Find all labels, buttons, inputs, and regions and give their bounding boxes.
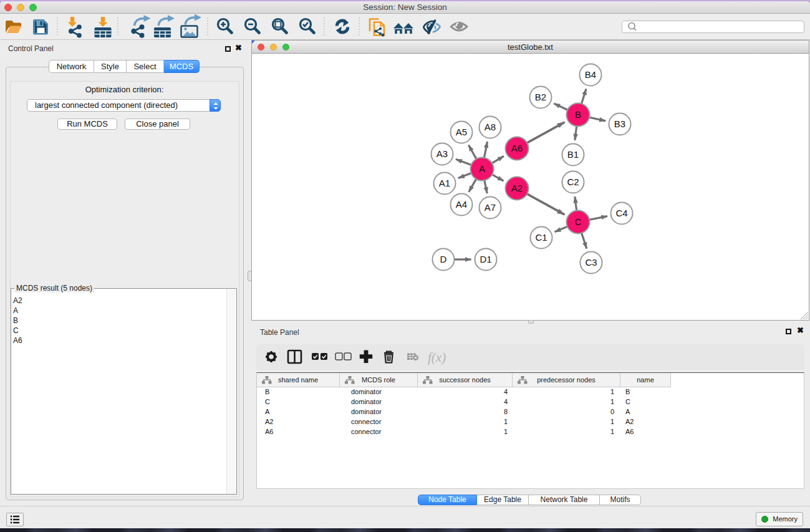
svg-text:C: C	[575, 216, 582, 227]
svg-text:C4: C4	[615, 208, 627, 218]
svg-text:B3: B3	[614, 118, 625, 129]
svg-text:B1: B1	[567, 149, 579, 160]
svg-text:A: A	[479, 163, 485, 174]
svg-text:D: D	[440, 254, 447, 264]
svg-text:A6: A6	[511, 143, 523, 153]
svg-text:C1: C1	[535, 232, 547, 243]
svg-text:f(x): f(x)	[428, 350, 446, 365]
svg-text:A5: A5	[456, 127, 467, 137]
svg-text:D1: D1	[480, 254, 491, 264]
svg-text:A7: A7	[485, 202, 496, 213]
svg-text:A3: A3	[436, 148, 448, 159]
svg-text:A8: A8	[485, 122, 496, 132]
svg-text:A1: A1	[439, 178, 450, 188]
svg-text:C3: C3	[585, 257, 597, 268]
svg-text:B: B	[575, 109, 581, 120]
svg-text:A2: A2	[511, 183, 523, 193]
svg-text:C2: C2	[567, 177, 579, 187]
svg-text:B4: B4	[585, 69, 596, 80]
svg-text:B2: B2	[535, 92, 546, 102]
svg-text:A4: A4	[456, 199, 467, 210]
